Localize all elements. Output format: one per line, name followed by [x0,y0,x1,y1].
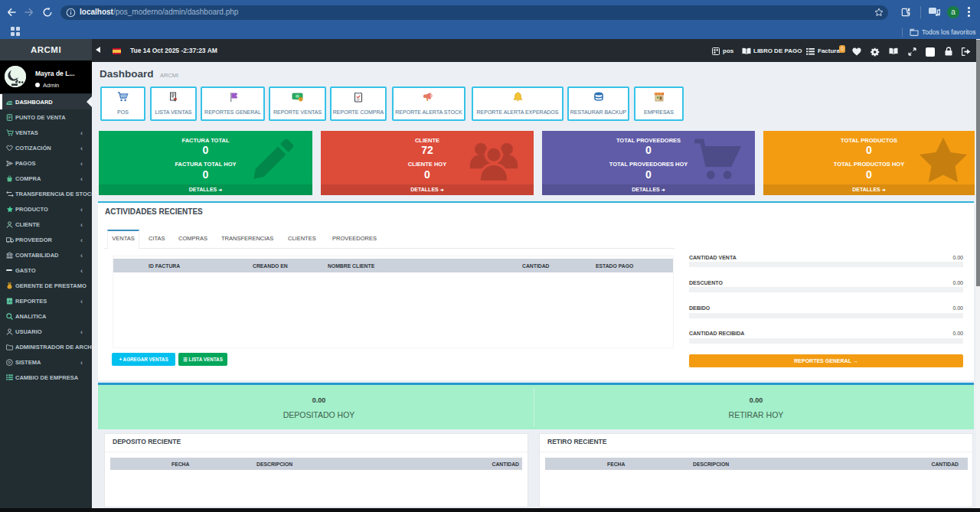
svg-text:$: $ [299,96,302,101]
